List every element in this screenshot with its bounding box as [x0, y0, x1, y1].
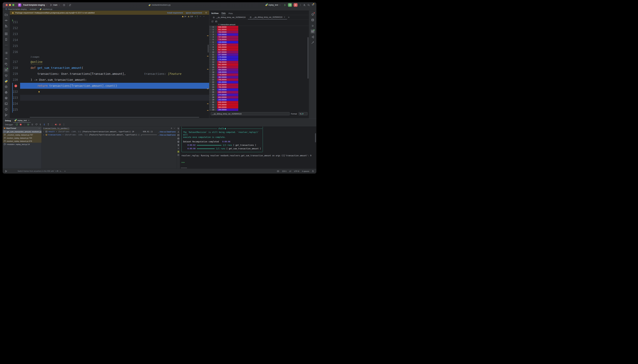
more-tool-button[interactable]	[4, 43, 9, 48]
step-into-my-code-icon[interactable]	[43, 123, 46, 126]
format-field[interactable]: %.5f	[299, 112, 308, 115]
table-row[interactable]: 23816.00000	[209, 84, 238, 86]
table-row[interactable]: 30935.00000	[209, 101, 238, 104]
git-branch-icon[interactable]	[5, 170, 7, 172]
close-tab-icon[interactable]	[28, 120, 30, 122]
line-number[interactable]: 217	[10, 59, 23, 65]
run-configuration[interactable]: replay_test	[264, 3, 282, 7]
caret-position[interactable]: 223:1	[282, 170, 287, 172]
table-row[interactable]: 2703.00000	[209, 31, 238, 33]
code-line[interactable]: 213	[10, 31, 209, 37]
table-row[interactable]: 18348.00000	[209, 71, 238, 74]
problems-tool-button[interactable]	[4, 107, 9, 112]
sliders-icon[interactable]	[177, 128, 179, 130]
table-row[interactable]: 0936.00000	[209, 26, 238, 28]
folder-tool-button[interactable]	[4, 12, 9, 17]
printer-icon[interactable]	[177, 141, 179, 143]
expand-icon[interactable]	[43, 131, 45, 133]
rerun-debugger-icon[interactable]	[16, 123, 18, 126]
ignore-requirement-link[interactable]: Ignore requirement	[186, 12, 202, 14]
add-watch-icon[interactable]	[170, 127, 172, 129]
sync-icon[interactable]	[69, 4, 71, 6]
file-encoding[interactable]: UTF-8	[294, 170, 299, 172]
code-with-me-icon[interactable]	[303, 4, 306, 6]
dataframe-tab[interactable]: __py_debug_temp_var_1625844116	[211, 15, 247, 20]
vcs-changed-marker[interactable]	[12, 83, 13, 113]
table-row[interactable]: 5716.00000	[209, 38, 238, 41]
table-row[interactable]: 21795.00000	[209, 78, 238, 81]
banner-settings-icon[interactable]	[205, 12, 207, 14]
frame-row[interactable]: resolver_replay, dataset.py:720	[3, 136, 42, 140]
variable-row[interactable]: result = {DataFrame: (100, 1)} [Feature(…	[42, 130, 177, 133]
commit-tool-button[interactable]	[4, 18, 9, 23]
console-scrollbar[interactable]	[315, 133, 316, 142]
profiler-tool-button[interactable]	[4, 56, 9, 61]
line-number[interactable]: 223	[10, 95, 23, 101]
python-tool-button[interactable]	[4, 79, 9, 84]
more-actions-icon[interactable]	[299, 4, 302, 6]
table-row[interactable]: 13175.00000	[209, 58, 238, 61]
ai-assistant-icon[interactable]	[277, 170, 279, 172]
vcs-added-marker[interactable]	[12, 20, 13, 22]
debug-console[interactable]: chalk The `DatasetRevision` is still bei…	[180, 126, 317, 168]
clock-icon[interactable]	[177, 154, 179, 156]
resume-icon[interactable]	[27, 123, 30, 126]
evaluate-expression-row[interactable]: transactions.to_pandas()	[42, 126, 177, 130]
code-area[interactable]: 2112122132142152162 usages217@online218d…	[10, 18, 209, 118]
branch-widget[interactable]: main	[49, 3, 62, 7]
stop-debugger-icon[interactable]	[20, 123, 22, 126]
breadcrumb-item[interactable]: neobank	[30, 8, 37, 10]
table-row[interactable]: 10647.00000	[209, 51, 238, 54]
terminal-tool-button[interactable]	[4, 101, 9, 106]
services-tool-button[interactable]	[4, 84, 9, 89]
run-button[interactable]	[284, 4, 286, 6]
prev-problem-icon[interactable]	[199, 16, 201, 18]
code-line[interactable]: 223	[10, 95, 209, 101]
line-number[interactable]: 222	[10, 89, 23, 95]
line-number[interactable]: 213	[10, 31, 23, 37]
search-everywhere-icon[interactable]	[307, 4, 310, 6]
install-requirement-link[interactable]: Install requirement	[167, 12, 183, 14]
debugger-tool-button[interactable]	[4, 68, 9, 72]
mute-breakpoints-icon[interactable]	[59, 123, 61, 126]
stripe-mark[interactable]	[207, 104, 208, 104]
code-line[interactable]: 215	[10, 43, 209, 49]
usages-hint[interactable]: 2 usages	[10, 55, 209, 59]
frame-row[interactable]: <module>, replay_test.py:14	[3, 143, 42, 146]
table-row[interactable]: 17494.00000	[209, 68, 238, 71]
database-tool-button[interactable]	[310, 18, 315, 22]
code-line[interactable]: 216	[10, 49, 209, 55]
expand-icon[interactable]	[43, 134, 45, 136]
table-row[interactable]: 9917.00000	[209, 48, 238, 51]
editor-horizontal-scrollbar[interactable]	[30, 117, 199, 118]
frame-row[interactable]: get_sum_transaction_amount, resolvers.py…	[3, 130, 42, 133]
code-line[interactable]: 224	[10, 101, 209, 107]
scroll-end-icon[interactable]	[177, 131, 179, 133]
close-window-button[interactable]	[6, 4, 8, 6]
frame-row[interactable]: _resolver_replay, dataset.py:767	[3, 133, 42, 136]
frame-row[interactable]: resolver_replay, dataset.py:978	[3, 140, 42, 143]
code-line[interactable]: 212	[10, 25, 209, 31]
table-row[interactable]: 19776.00000	[209, 74, 238, 76]
expand-eval-icon[interactable]	[173, 127, 175, 129]
line-number[interactable]: 224	[10, 101, 23, 107]
table-header[interactable]: transaction.amount	[209, 23, 309, 26]
code-line[interactable]: 211	[10, 19, 209, 25]
modify-tool-button[interactable]	[310, 40, 315, 45]
code-line[interactable]: 214	[10, 37, 209, 43]
variable-row[interactable]: transactions = {DataFrame: (100, 1)} [Fe…	[42, 133, 177, 136]
inspections-widget[interactable]: 14 119 7	[10, 15, 209, 18]
notifications-tool-button[interactable]	[310, 12, 315, 17]
documentation-tool-button[interactable]: D	[310, 24, 315, 28]
view-as-dataframe-link[interactable]: ...View as DataFrame	[158, 134, 176, 136]
database-check-tool-button[interactable]	[4, 62, 9, 66]
stripe-mark[interactable]	[207, 36, 208, 36]
code-line[interactable]: 220) -> User.sum_transaction_amount:	[10, 77, 209, 83]
table-row[interactable]: 20382.00000	[209, 76, 238, 78]
layers-tool-button[interactable]	[4, 96, 9, 100]
table-row[interactable]: 28653.00000	[209, 96, 238, 98]
line-ending[interactable]: LF	[289, 170, 291, 172]
code-line[interactable]: 217@online	[10, 59, 209, 65]
step-over-icon[interactable]	[35, 123, 38, 126]
chevrons-right-icon[interactable]	[177, 147, 179, 150]
